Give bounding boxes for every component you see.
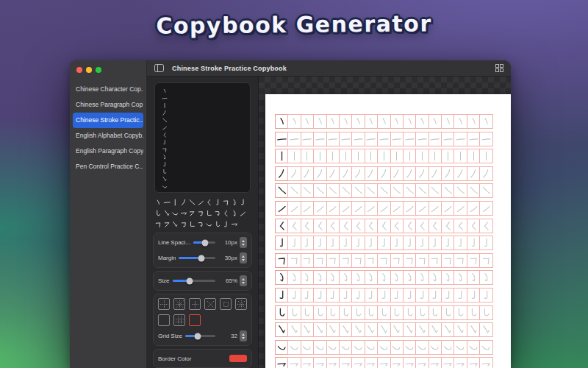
practice-cell <box>365 166 378 181</box>
sidebar-item-1[interactable]: Chinese Paragraph Cop... <box>73 97 143 113</box>
grid-style-dot-grid[interactable] <box>158 314 170 326</box>
practice-cell <box>441 305 454 320</box>
stroke-glyph-pie <box>180 198 188 207</box>
size-group: Size 65% <box>153 271 252 291</box>
size-slider[interactable] <box>173 280 215 282</box>
practice-cell <box>403 201 416 216</box>
stroke-glyph-wogou <box>327 342 338 353</box>
border-color-swatch[interactable] <box>229 355 247 362</box>
preview-row-0 <box>154 197 251 208</box>
practice-cell <box>365 253 378 268</box>
sidebar-toggle-icon[interactable] <box>153 63 165 74</box>
sidebar-item-0[interactable]: Chinese Character Cop... <box>73 82 143 97</box>
grid-style-tian-grid[interactable] <box>158 298 170 310</box>
example-cell <box>275 322 288 337</box>
sidebar: Chinese Character Cop...Chinese Paragrap… <box>70 60 147 368</box>
margin-slider[interactable] <box>179 257 215 259</box>
practice-cell <box>415 270 429 285</box>
practice-cell <box>403 270 416 285</box>
practice-cell <box>467 114 480 129</box>
practice-cell <box>301 340 314 355</box>
dot-grid-icon <box>160 316 168 325</box>
sidebar-item-4[interactable]: English Paragraph Copy... <box>73 144 143 159</box>
stroke-glyph-hengzhe <box>276 255 287 266</box>
practice-cell <box>467 357 480 368</box>
zoom-button[interactable] <box>96 67 101 73</box>
practice-cell <box>467 340 480 355</box>
practice-cell <box>313 288 326 302</box>
stroke-glyph-wangou <box>162 154 168 160</box>
stroke-glyph-shugou <box>289 237 300 249</box>
line-spacing-slider[interactable] <box>193 241 215 244</box>
stroke-glyph-henggou <box>353 358 364 368</box>
practice-cell <box>403 305 416 320</box>
stroke-glyph-heng <box>163 198 171 207</box>
stroke-glyph-wangou <box>404 272 415 283</box>
grid-style-mi-grid[interactable] <box>173 298 185 310</box>
grid-size-slider[interactable] <box>185 335 215 337</box>
stroke-glyph-shu <box>379 150 390 162</box>
close-button[interactable] <box>76 67 82 73</box>
minimize-button[interactable] <box>86 67 92 73</box>
grid-style-fine-grid[interactable] <box>173 314 185 326</box>
stroke-glyph-dian <box>455 116 466 127</box>
stroke-glyph-hengzhe <box>481 255 492 266</box>
sidebar-item-3[interactable]: English Alphabet Copyb... <box>73 128 143 144</box>
grid-view-icon[interactable] <box>493 63 505 74</box>
practice-cell <box>453 183 467 198</box>
grid-style-frame-grid[interactable] <box>220 298 232 310</box>
practice-cell <box>351 166 365 181</box>
stroke-glyph-hengzhewangou <box>214 209 222 218</box>
stroke-glyph-piedian <box>442 220 453 232</box>
stroke-glyph-ti <box>442 202 453 214</box>
stroke-glyph-wogou <box>162 183 168 190</box>
stroke-glyph-henggou <box>468 358 479 368</box>
stroke-glyph-xiegou <box>429 324 440 336</box>
practice-cell <box>467 183 480 198</box>
stroke-glyph-heng <box>404 133 415 145</box>
stroke-glyph-piedian <box>391 220 402 232</box>
practice-row-heng <box>275 132 493 146</box>
grid-style-cross-grid[interactable] <box>189 298 201 310</box>
grid-style-rice-grid[interactable] <box>235 298 247 310</box>
practice-cell <box>339 132 352 146</box>
margin-stepper[interactable] <box>240 252 247 263</box>
practice-cell <box>429 166 442 181</box>
stroke-glyph-shu <box>417 150 428 162</box>
stroke-glyph-dian <box>429 116 440 127</box>
practice-cell <box>415 201 429 216</box>
grid-style-blank-grid[interactable] <box>189 314 201 326</box>
sidebar-item-5[interactable]: Pen Control Practice C... <box>73 159 143 174</box>
practice-cell <box>365 270 378 285</box>
practice-cell <box>453 357 467 368</box>
stroke-glyph-xiegou <box>442 324 453 336</box>
stroke-glyph-henggou <box>231 220 239 229</box>
stroke-glyph-xiegou <box>340 324 351 336</box>
practice-cell <box>403 340 416 355</box>
stroke-glyph-wangou <box>327 272 338 283</box>
practice-cell <box>429 270 442 285</box>
practice-cell <box>301 166 314 181</box>
grid-size-stepper[interactable] <box>240 330 247 342</box>
stroke-glyph-hengzhe <box>301 255 312 266</box>
stroke-glyph-shu <box>468 150 479 162</box>
stroke-glyph-ti <box>276 202 287 214</box>
stroke-glyph-henggou <box>180 209 188 218</box>
practice-row-xiegou <box>275 322 493 337</box>
stroke-glyph-wogou <box>276 342 287 353</box>
margin-label: Margin <box>158 255 176 261</box>
size-stepper[interactable] <box>240 275 247 286</box>
practice-cell <box>453 322 467 337</box>
stroke-glyph-na <box>276 185 287 197</box>
stroke-glyph-dian <box>365 116 376 127</box>
stroke-glyph-shuwangou <box>214 220 222 229</box>
sidebar-item-2[interactable]: Chinese Stroke Practic... <box>73 113 143 128</box>
stroke-glyph-jgou <box>315 289 326 301</box>
grid-style-x-grid[interactable] <box>204 298 216 310</box>
stroke-glyph-wogou <box>315 342 326 353</box>
line-spacing-stepper[interactable] <box>240 237 247 248</box>
practice-cell <box>326 132 340 146</box>
stroke-text-input[interactable] <box>154 82 251 193</box>
practice-cell <box>287 305 301 320</box>
practice-row-henggou <box>275 357 493 368</box>
